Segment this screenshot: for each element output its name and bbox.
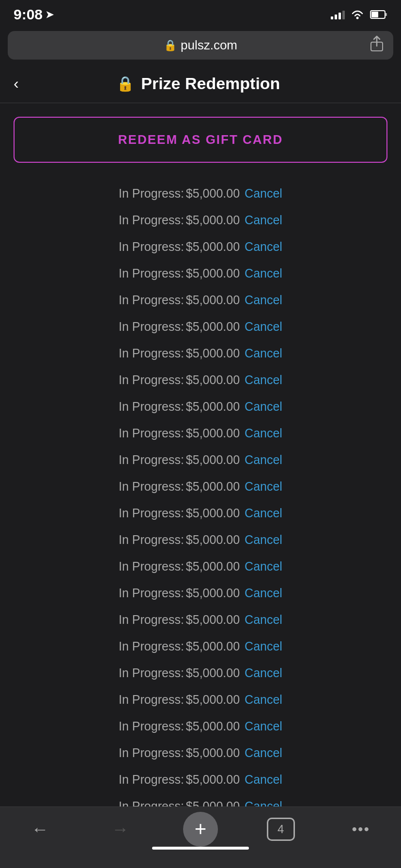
redemption-item: In Progress: $5,000.00Cancel — [0, 606, 401, 633]
svg-rect-3 — [371, 12, 378, 17]
nav-more-button[interactable]: ••• — [341, 815, 380, 844]
redemption-cancel-button[interactable]: Cancel — [245, 293, 282, 307]
redemption-item: In Progress: $5,000.00Cancel — [0, 367, 401, 393]
redemption-cancel-button[interactable]: Cancel — [245, 506, 282, 520]
redemption-cancel-button[interactable]: Cancel — [245, 266, 282, 280]
redemption-amount-label: $5,000.00 — [186, 266, 240, 280]
redemption-item: In Progress: $5,000.00Cancel — [0, 207, 401, 233]
redemption-status-label: In Progress: — [119, 639, 184, 653]
redemption-item: In Progress: $5,000.00Cancel — [0, 633, 401, 660]
redemption-amount-label: $5,000.00 — [186, 480, 240, 494]
redemption-status-label: In Progress: — [119, 426, 184, 440]
bottom-nav-items: ← → + 4 ••• — [0, 815, 401, 844]
redemption-status-label: In Progress: — [119, 506, 184, 520]
redemption-status-label: In Progress: — [119, 293, 184, 307]
status-bar: 9:08 ➤ — [0, 0, 401, 26]
redemption-status-label: In Progress: — [119, 240, 184, 254]
redemption-cancel-button[interactable]: Cancel — [245, 693, 282, 707]
browser-url-text: pulsz.com — [181, 38, 237, 53]
svg-point-0 — [356, 17, 359, 19]
status-time: 9:08 ➤ — [14, 6, 54, 23]
page-header: ‹ 🔒 Prize Redemption — [0, 64, 401, 103]
redemption-item: In Progress: $5,000.00Cancel — [0, 553, 401, 580]
redemption-amount-label: $5,000.00 — [186, 719, 240, 733]
redemption-status-label: In Progress: — [119, 613, 184, 627]
redemption-amount-label: $5,000.00 — [186, 693, 240, 707]
content-area: REDEEM AS GIFT CARD In Progress: $5,000.… — [0, 103, 401, 868]
redemption-cancel-button[interactable]: Cancel — [245, 746, 282, 760]
svg-rect-2 — [385, 13, 387, 16]
battery-icon — [370, 10, 387, 19]
redemption-item: In Progress: $5,000.00Cancel — [0, 527, 401, 553]
redemption-amount-label: $5,000.00 — [186, 373, 240, 387]
redemption-cancel-button[interactable]: Cancel — [245, 719, 282, 733]
redemption-status-label: In Progress: — [119, 320, 184, 334]
redemption-item: In Progress: $5,000.00Cancel — [0, 233, 401, 260]
share-button[interactable] — [370, 35, 384, 55]
redemption-cancel-button[interactable]: Cancel — [245, 533, 282, 547]
redemption-item: In Progress: $5,000.00Cancel — [0, 260, 401, 287]
redemption-amount-label: $5,000.00 — [186, 773, 240, 787]
nav-tabs-button[interactable]: 4 — [262, 815, 300, 844]
page-title: Prize Redemption — [141, 74, 280, 93]
browser-bar[interactable]: 🔒 pulsz.com — [8, 31, 393, 60]
nav-more-icon: ••• — [352, 821, 370, 837]
redemption-status-label: In Progress: — [119, 746, 184, 760]
redemption-amount-label: $5,000.00 — [186, 186, 240, 201]
redemption-item: In Progress: $5,000.00Cancel — [0, 713, 401, 740]
home-bar — [152, 847, 249, 850]
redemption-amount-label: $5,000.00 — [186, 240, 240, 254]
redemption-cancel-button[interactable]: Cancel — [245, 613, 282, 627]
redemption-item: In Progress: $5,000.00Cancel — [0, 500, 401, 527]
redeem-gift-card-button[interactable]: REDEEM AS GIFT CARD — [14, 117, 387, 163]
redemption-amount-label: $5,000.00 — [186, 666, 240, 680]
nav-forward-icon: → — [111, 819, 129, 839]
redemption-amount-label: $5,000.00 — [186, 746, 240, 760]
redemption-item: In Progress: $5,000.00Cancel — [0, 313, 401, 340]
header-title-group: 🔒 Prize Redemption — [29, 74, 368, 93]
redemption-cancel-button[interactable]: Cancel — [245, 186, 282, 201]
redemption-cancel-button[interactable]: Cancel — [245, 346, 282, 360]
bottom-nav: ← → + 4 ••• — [0, 806, 401, 868]
redemption-cancel-button[interactable]: Cancel — [245, 453, 282, 467]
back-button[interactable]: ‹ — [14, 75, 19, 93]
redemption-cancel-button[interactable]: Cancel — [245, 320, 282, 334]
nav-new-tab-button[interactable]: + — [181, 815, 220, 844]
nav-forward-button[interactable]: → — [101, 815, 139, 844]
redemption-amount-label: $5,000.00 — [186, 506, 240, 520]
wifi-icon — [351, 9, 364, 20]
redemption-status-label: In Progress: — [119, 373, 184, 387]
redemption-cancel-button[interactable]: Cancel — [245, 666, 282, 680]
redemption-status-label: In Progress: — [119, 480, 184, 494]
redemption-cancel-button[interactable]: Cancel — [245, 240, 282, 254]
redemption-cancel-button[interactable]: Cancel — [245, 559, 282, 574]
redemption-status-label: In Progress: — [119, 186, 184, 201]
redemption-item: In Progress: $5,000.00Cancel — [0, 473, 401, 500]
redemption-list: In Progress: $5,000.00CancelIn Progress:… — [0, 172, 401, 868]
redemption-cancel-button[interactable]: Cancel — [245, 400, 282, 414]
redemption-item: In Progress: $5,000.00Cancel — [0, 420, 401, 447]
redemption-status-label: In Progress: — [119, 533, 184, 547]
redemption-cancel-button[interactable]: Cancel — [245, 373, 282, 387]
redemption-cancel-button[interactable]: Cancel — [245, 426, 282, 440]
nav-back-button[interactable]: ← — [21, 815, 60, 844]
redemption-status-label: In Progress: — [119, 453, 184, 467]
redemption-status-label: In Progress: — [119, 213, 184, 227]
redemption-cancel-button[interactable]: Cancel — [245, 639, 282, 653]
redemption-amount-label: $5,000.00 — [186, 586, 240, 600]
redemption-amount-label: $5,000.00 — [186, 346, 240, 360]
redemption-cancel-button[interactable]: Cancel — [245, 480, 282, 494]
redemption-amount-label: $5,000.00 — [186, 559, 240, 574]
header-lock-icon: 🔒 — [116, 75, 134, 92]
redemption-item: In Progress: $5,000.00Cancel — [0, 580, 401, 606]
redemption-amount-label: $5,000.00 — [186, 293, 240, 307]
redemption-cancel-button[interactable]: Cancel — [245, 213, 282, 227]
redemption-item: In Progress: $5,000.00Cancel — [0, 340, 401, 367]
redemption-item: In Progress: $5,000.00Cancel — [0, 393, 401, 420]
redemption-status-label: In Progress: — [119, 400, 184, 414]
redemption-cancel-button[interactable]: Cancel — [245, 586, 282, 600]
redemption-cancel-button[interactable]: Cancel — [245, 773, 282, 787]
redemption-item: In Progress: $5,000.00Cancel — [0, 287, 401, 313]
time-label: 9:08 — [14, 6, 43, 23]
redemption-amount-label: $5,000.00 — [186, 320, 240, 334]
